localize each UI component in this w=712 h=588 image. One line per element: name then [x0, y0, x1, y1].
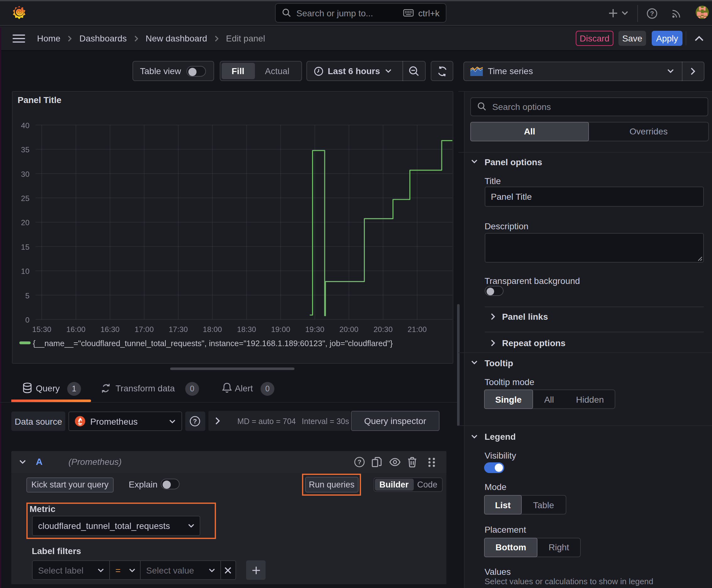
- svg-text:25: 25: [21, 194, 29, 203]
- svg-text:17:00: 17:00: [134, 325, 153, 334]
- svg-text:15: 15: [21, 243, 29, 251]
- svg-text:?: ?: [358, 458, 362, 465]
- svg-text:5: 5: [25, 292, 29, 300]
- svg-text:16:00: 16:00: [66, 325, 85, 334]
- svg-text:0: 0: [25, 316, 29, 324]
- svg-text:35: 35: [21, 145, 29, 154]
- svg-text:20:30: 20:30: [373, 325, 392, 334]
- svg-text:15:30: 15:30: [32, 325, 51, 334]
- svg-text:19:00: 19:00: [271, 325, 290, 334]
- svg-text:30: 30: [21, 170, 29, 178]
- svg-text:10: 10: [21, 267, 29, 275]
- svg-text:20:00: 20:00: [339, 325, 358, 334]
- svg-text:{__name__="cloudflared_tunnel_: {__name__="cloudflared_tunnel_total_requ…: [33, 339, 392, 348]
- svg-text:16:30: 16:30: [100, 325, 119, 334]
- svg-text:?: ?: [193, 417, 197, 425]
- svg-text:19:30: 19:30: [305, 325, 324, 334]
- svg-text:?: ?: [650, 10, 654, 17]
- svg-text:20: 20: [21, 218, 29, 227]
- svg-text:17:30: 17:30: [168, 325, 188, 334]
- svg-text:18:00: 18:00: [202, 325, 222, 334]
- svg-text:21:00: 21:00: [407, 325, 426, 334]
- svg-text:18:30: 18:30: [237, 325, 256, 334]
- svg-text:40: 40: [21, 121, 29, 130]
